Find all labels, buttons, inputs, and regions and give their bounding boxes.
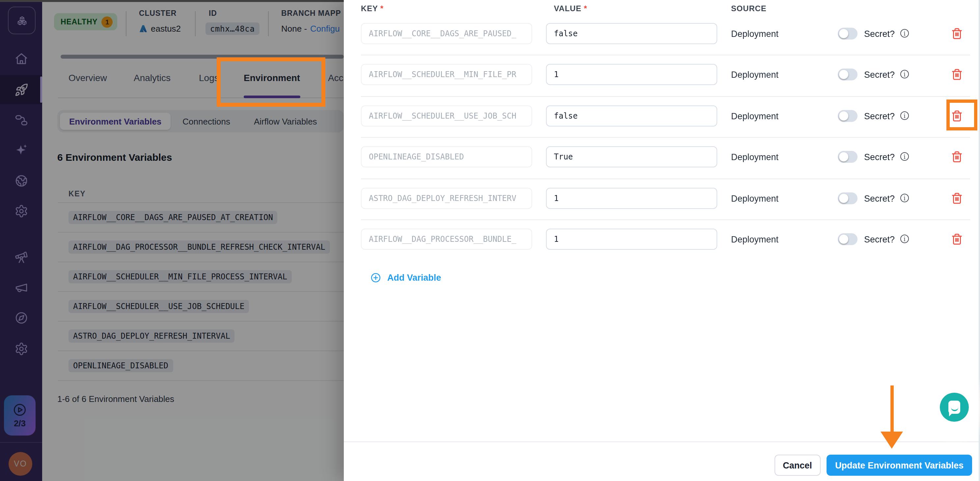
required-asterisk: * xyxy=(380,4,383,13)
column-header-source: SOURCE xyxy=(731,4,767,13)
secret-label: Secret? xyxy=(864,64,895,85)
value-input[interactable] xyxy=(546,64,717,85)
required-asterisk: * xyxy=(584,4,587,13)
row-separator xyxy=(361,137,970,138)
secret-toggle[interactable] xyxy=(838,151,858,163)
key-input[interactable] xyxy=(361,188,532,209)
row-separator xyxy=(361,96,970,97)
add-variable-button[interactable]: Add Variable xyxy=(370,272,441,284)
toggle-knob xyxy=(839,111,848,121)
secret-toggle[interactable] xyxy=(838,68,858,80)
toggle-knob xyxy=(839,194,848,203)
annotation-arrow-shaft xyxy=(891,385,894,433)
row-separator xyxy=(361,220,970,220)
info-icon[interactable]: i xyxy=(900,194,909,202)
row-separator xyxy=(361,55,970,55)
value-input[interactable] xyxy=(546,229,717,250)
add-variable-label: Add Variable xyxy=(387,273,441,283)
cancel-button[interactable]: Cancel xyxy=(774,455,821,476)
env-var-row: Deployment Secret? i xyxy=(344,146,980,169)
secret-toggle[interactable] xyxy=(838,193,858,204)
secret-label: Secret? xyxy=(864,146,895,167)
column-header-key: KEY * xyxy=(361,4,383,13)
env-var-row: Deployment Secret? i xyxy=(344,23,980,45)
toggle-knob xyxy=(839,152,848,161)
env-var-row: Deployment Secret? i xyxy=(344,105,980,128)
key-input[interactable] xyxy=(361,23,532,44)
secret-label: Secret? xyxy=(864,188,895,209)
delete-row-icon[interactable] xyxy=(951,233,963,245)
value-input[interactable] xyxy=(546,23,717,44)
annotation-arrow-head xyxy=(881,432,903,449)
toggle-knob xyxy=(839,29,848,38)
delete-row-icon[interactable] xyxy=(951,151,963,163)
info-icon[interactable]: i xyxy=(900,70,909,78)
key-input[interactable] xyxy=(361,229,532,250)
chat-bubble-icon xyxy=(948,401,960,414)
env-var-row: Deployment Secret? i xyxy=(344,64,980,86)
info-icon[interactable]: i xyxy=(900,152,909,161)
intercom-launcher[interactable] xyxy=(940,393,969,422)
toggle-knob xyxy=(839,70,848,79)
column-header-value: VALUE * xyxy=(554,4,587,13)
source-value: Deployment xyxy=(731,23,778,44)
key-input[interactable] xyxy=(361,146,532,167)
key-input[interactable] xyxy=(361,105,532,126)
delete-row-icon[interactable] xyxy=(951,68,963,80)
source-value: Deployment xyxy=(731,105,778,126)
annotation-box-delete-icon xyxy=(947,99,977,131)
secret-label: Secret? xyxy=(864,105,895,126)
toggle-knob xyxy=(839,234,848,244)
source-value: Deployment xyxy=(731,188,778,209)
env-var-row: Deployment Secret? i xyxy=(344,229,980,251)
value-input[interactable] xyxy=(546,146,717,167)
delete-row-icon[interactable] xyxy=(951,193,963,204)
secret-toggle[interactable] xyxy=(838,110,858,122)
source-value: Deployment xyxy=(731,229,778,250)
info-icon[interactable]: i xyxy=(900,111,909,120)
secret-toggle[interactable] xyxy=(838,28,858,40)
info-icon[interactable]: i xyxy=(900,29,909,38)
app-window: 2/3 VO HEALTHY 1 CLUSTER eastus2 xyxy=(0,0,980,481)
info-icon[interactable]: i xyxy=(900,234,909,243)
annotation-box-environment-tab xyxy=(217,57,325,107)
row-separator xyxy=(361,178,970,179)
key-input[interactable] xyxy=(361,64,532,85)
env-var-row: Deployment Secret? i xyxy=(344,188,980,210)
plus-circle-icon xyxy=(370,272,381,284)
source-value: Deployment xyxy=(731,146,778,167)
secret-label: Secret? xyxy=(864,229,895,250)
source-value: Deployment xyxy=(731,64,778,85)
edit-environment-variables-drawer: KEY * VALUE * SOURCE Deployment Secret? … xyxy=(344,0,980,481)
delete-row-icon[interactable] xyxy=(951,28,963,40)
value-input[interactable] xyxy=(546,105,717,126)
secret-label: Secret? xyxy=(864,23,895,44)
value-input[interactable] xyxy=(546,188,717,209)
update-environment-variables-button[interactable]: Update Environment Variables xyxy=(827,455,972,476)
secret-toggle[interactable] xyxy=(838,233,858,245)
